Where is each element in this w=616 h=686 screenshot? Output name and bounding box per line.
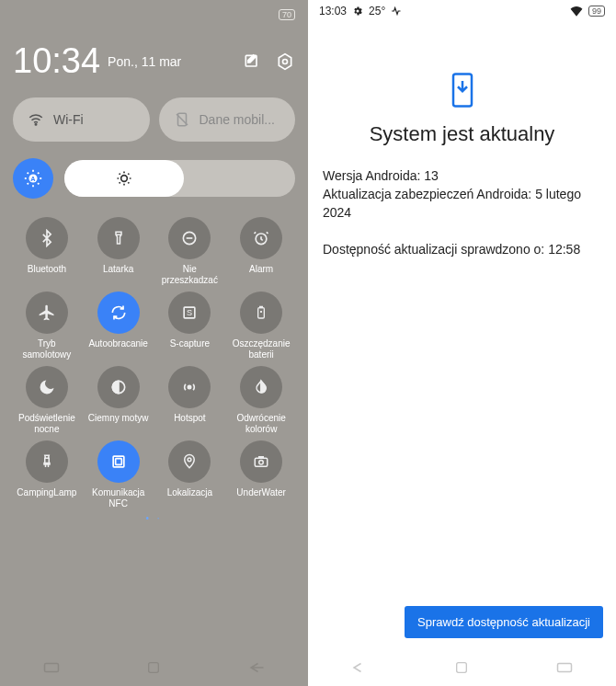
wifi-label: Wi-Fi: [53, 112, 84, 127]
svg-point-7: [121, 176, 128, 182]
qs-header: 10:34 Pon., 11 mar: [13, 41, 295, 81]
nav-back-icon[interactable]: [350, 658, 369, 677]
svg-rect-20: [44, 664, 58, 672]
wifi-toggle[interactable]: Wi-Fi: [13, 97, 150, 142]
svg-point-3: [35, 124, 37, 126]
tile-label: Nie przeszkadzać: [156, 264, 224, 286]
battery-indicator: 70: [279, 9, 295, 20]
edit-icon[interactable]: [242, 51, 262, 72]
clock-date: Pon., 11 mar: [108, 54, 181, 69]
tile-hotspot[interactable]: [168, 366, 211, 408]
svg-text:A: A: [30, 175, 36, 183]
pulse-icon: [391, 6, 404, 16]
status-temp: 25°: [369, 5, 385, 17]
tile-flashlight[interactable]: [97, 217, 140, 259]
tile-label: Bluetooth: [28, 264, 66, 286]
svg-marker-1: [279, 53, 291, 69]
tile-autorotate[interactable]: [97, 292, 140, 334]
sim-off-icon: [174, 111, 190, 128]
update-phone-icon: [449, 73, 476, 108]
battery-status: 99: [588, 6, 605, 17]
quicksettings-panel: 70 10:34 Pon., 11 mar Wi-Fi: [0, 0, 308, 686]
tile-label: Lokalizacja: [167, 487, 212, 509]
svg-rect-21: [149, 663, 159, 673]
status-time: 13:03: [319, 5, 347, 17]
tile-label: CampingLamp: [17, 487, 76, 509]
page-indicator: • ·: [13, 513, 295, 523]
nav-back-icon[interactable]: [247, 658, 266, 677]
tile-label: Oszczędzanie baterii: [227, 338, 295, 360]
navbar-left: [0, 649, 308, 686]
android-version: Wersja Androida: 13: [323, 166, 601, 185]
tile-airplane[interactable]: [26, 292, 68, 334]
svg-rect-24: [558, 664, 572, 672]
wifi-icon: [28, 111, 44, 128]
tile-label: Latarka: [103, 264, 133, 286]
qs-tiles-grid: Bluetooth Latarka Nie przeszkadzać Alarm…: [13, 217, 295, 509]
tile-alarm[interactable]: [240, 217, 282, 259]
tile-label: Odwrócenie kolorów: [227, 413, 295, 435]
mobiledata-label: Dane mobil...: [200, 112, 275, 127]
tile-dnd[interactable]: [168, 217, 211, 259]
update-meta-2: Dostępność aktualizacji sprawdzono o: 12…: [323, 240, 601, 258]
security-patch: Aktualizacja zabezpieczeń Androida: 5 lu…: [323, 185, 601, 222]
nav-recents-icon[interactable]: [42, 658, 61, 677]
tile-label: Podświetlenie nocne: [13, 413, 81, 435]
tile-nfc[interactable]: [97, 440, 140, 483]
update-meta-1: Wersja Androida: 13 Aktualizacja zabezpi…: [323, 166, 601, 222]
tile-label: Alarm: [249, 264, 273, 286]
tile-scapture[interactable]: S: [168, 292, 211, 334]
mobiledata-toggle[interactable]: Dane mobil...: [159, 97, 296, 142]
svg-point-14: [188, 385, 191, 388]
brightness-icon: [115, 169, 133, 188]
tile-underwater[interactable]: [240, 440, 282, 483]
status-bar: 13:03 25° 99: [308, 0, 616, 22]
auto-brightness-button[interactable]: A: [13, 158, 53, 199]
svg-point-17: [188, 458, 192, 462]
settings-icon[interactable]: [275, 51, 295, 72]
tile-bluetooth[interactable]: [26, 217, 68, 259]
tile-campinglamp[interactable]: [26, 440, 68, 483]
tile-label: Hotspot: [174, 413, 205, 435]
tile-battery-saver[interactable]: [240, 292, 282, 334]
wifi-status-icon: [570, 6, 583, 17]
check-update-button[interactable]: Sprawdź dostępność aktualizacji: [405, 606, 603, 638]
nav-home-icon[interactable]: [144, 658, 163, 677]
svg-rect-23: [457, 663, 467, 673]
tile-invertcolors[interactable]: [240, 366, 282, 408]
svg-rect-18: [255, 458, 268, 466]
tile-location[interactable]: [168, 440, 211, 483]
svg-rect-16: [115, 459, 121, 465]
tile-label: Tryb samolotowy: [13, 338, 81, 360]
svg-rect-12: [258, 308, 265, 318]
clock-time: 10:34: [13, 41, 100, 81]
nav-home-icon[interactable]: [452, 658, 471, 677]
last-checked: Dostępność aktualizacji sprawdzono o: 12…: [323, 240, 601, 258]
tile-label: Ciemny motyw: [88, 413, 149, 435]
tile-nightlight[interactable]: [26, 366, 68, 408]
svg-point-2: [283, 59, 288, 63]
tile-darktheme[interactable]: [97, 366, 140, 408]
svg-text:S: S: [187, 308, 192, 317]
brightness-thumb[interactable]: [64, 160, 184, 197]
system-update-screen: 13:03 25° 99 System jest aktualny Wersja…: [308, 0, 616, 686]
navbar-right: [308, 649, 616, 686]
update-title: System jest aktualny: [323, 122, 601, 146]
nav-recents-icon[interactable]: [555, 658, 574, 677]
svg-point-19: [259, 461, 264, 465]
brightness-slider[interactable]: [64, 160, 295, 197]
tile-label: Autoobracanie: [88, 338, 148, 360]
tile-label: UnderWater: [236, 487, 286, 509]
tile-label: Komunikacja NFC: [85, 487, 153, 509]
tile-label: S-capture: [170, 338, 210, 360]
gear-icon: [352, 6, 363, 17]
